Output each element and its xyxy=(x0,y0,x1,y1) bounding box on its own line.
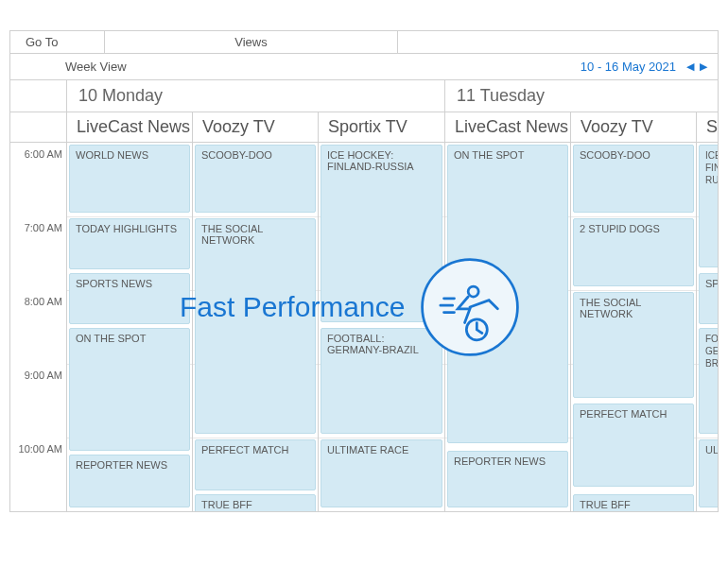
time-label: 9:00 AM xyxy=(25,369,62,381)
event[interactable]: SCOOBY-DOO xyxy=(573,145,694,213)
time-label: 10:00 AM xyxy=(19,443,62,455)
event[interactable]: UL xyxy=(699,439,719,507)
col-mon-voozy: SCOOBY-DOO THE SOCIAL NETWORK PERFECT MA… xyxy=(193,143,319,511)
channel-livecast-mon[interactable]: LiveCast News xyxy=(67,112,193,142)
goto-button[interactable]: Go To xyxy=(10,31,105,53)
week-bar: Week View 10 - 16 May 2021 ◀ ▶ xyxy=(10,54,718,80)
channel-voozy-tue[interactable]: Voozy TV xyxy=(571,112,697,142)
channel-sportix-mon[interactable]: Sportix TV xyxy=(319,112,445,142)
event[interactable]: SP xyxy=(699,273,719,324)
channel-livecast-tue[interactable]: LiveCast News xyxy=(445,112,571,142)
event[interactable]: REPORTER NEWS xyxy=(447,451,568,507)
day-header-tuesday[interactable]: 11 Tuesday xyxy=(445,80,719,112)
event[interactable]: ON THE SPOT xyxy=(69,328,190,451)
time-label: 6:00 AM xyxy=(25,148,62,160)
col-tue-livecast: ON THE SPOT REPORTER NEWS xyxy=(445,143,571,511)
event[interactable]: PERFECT MATCH xyxy=(195,439,316,490)
event[interactable]: TRUE BFF xyxy=(195,494,316,512)
event[interactable]: ICE HOCKEY: FINLAND-RUSSIA xyxy=(321,145,442,322)
col-tue-sportix: ICEFINRU SP FOGEBR UL xyxy=(697,143,719,511)
next-arrow-icon[interactable]: ▶ xyxy=(697,60,710,73)
channel-header-row: LiveCast News Voozy TV Sportix TV LiveCa… xyxy=(10,112,718,143)
prev-arrow-icon[interactable]: ◀ xyxy=(684,60,697,73)
col-mon-sportix: ICE HOCKEY: FINLAND-RUSSIA FOOTBALL: GER… xyxy=(319,143,445,511)
event[interactable]: REPORTER NEWS xyxy=(69,455,190,507)
grid-body: 6:00 AM 7:00 AM 8:00 AM 9:00 AM 10:00 AM… xyxy=(10,143,718,511)
event[interactable]: ULTIMATE RACE xyxy=(321,439,442,507)
event[interactable]: ON THE SPOT xyxy=(447,145,568,443)
toolbar: Go To Views xyxy=(10,31,718,54)
event[interactable]: TRUE BFF xyxy=(573,494,694,512)
event[interactable]: FOOTBALL: GERMANY-BRAZIL xyxy=(321,328,442,434)
channel-sportix-tue-truncated[interactable]: Sp xyxy=(697,112,719,142)
time-gutter: 6:00 AM 7:00 AM 8:00 AM 9:00 AM 10:00 AM xyxy=(10,143,67,511)
time-label: 7:00 AM xyxy=(25,222,62,233)
event[interactable]: SPORTS NEWS xyxy=(69,273,190,324)
event[interactable]: ICEFINRU xyxy=(699,145,719,267)
event[interactable]: SCOOBY-DOO xyxy=(195,145,316,213)
views-button[interactable]: Views xyxy=(105,31,398,53)
event[interactable]: 2 STUPID DOGS xyxy=(573,218,694,286)
columns: WORLD NEWS TODAY HIGHLIGHTS SPORTS NEWS … xyxy=(67,143,719,511)
event[interactable]: THE SOCIAL NETWORK xyxy=(573,292,694,398)
day-header-monday[interactable]: 10 Monday xyxy=(67,80,445,112)
event[interactable]: PERFECT MATCH xyxy=(573,404,694,487)
event[interactable]: THE SOCIAL NETWORK xyxy=(195,218,316,434)
col-tue-voozy: SCOOBY-DOO 2 STUPID DOGS THE SOCIAL NETW… xyxy=(571,143,697,511)
event[interactable]: WORLD NEWS xyxy=(69,145,190,213)
channel-voozy-mon[interactable]: Voozy TV xyxy=(193,112,319,142)
scheduler-container: Go To Views Week View 10 - 16 May 2021 ◀… xyxy=(9,30,719,512)
week-view-label: Week View xyxy=(65,60,127,74)
day-header-row: 10 Monday 11 Tuesday xyxy=(10,80,718,112)
col-mon-livecast: WORLD NEWS TODAY HIGHLIGHTS SPORTS NEWS … xyxy=(67,143,193,511)
time-label: 8:00 AM xyxy=(25,296,62,307)
event[interactable]: TODAY HIGHLIGHTS xyxy=(69,218,190,269)
date-range[interactable]: 10 - 16 May 2021 xyxy=(581,60,676,74)
event[interactable]: FOGEBR xyxy=(699,328,719,434)
